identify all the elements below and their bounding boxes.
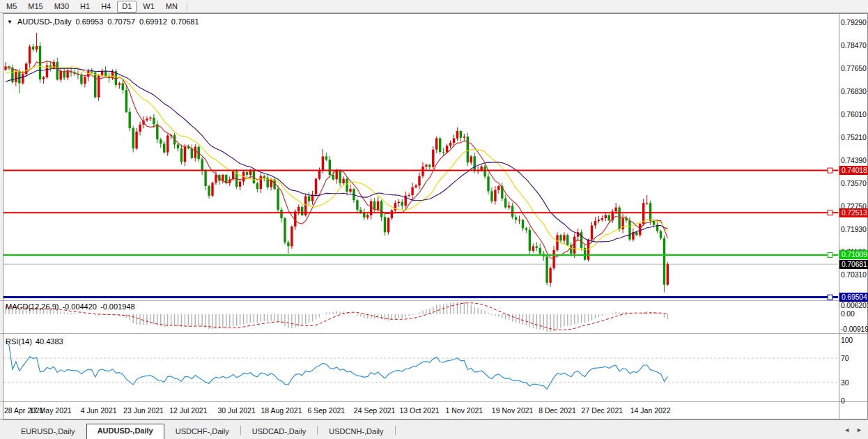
date-axis-label: 19 Nov 2021 xyxy=(492,406,534,415)
date-axis-label: 18 Aug 2021 xyxy=(261,406,302,415)
macd-indicator-label: MACD(12,26,9)-0.004420-0.001948 xyxy=(6,302,139,311)
tab-separator xyxy=(395,426,396,435)
price-axis-label: 0.77650 xyxy=(841,64,867,72)
line-drag-handle[interactable] xyxy=(828,295,832,300)
price-level-badge: 0.70681 xyxy=(839,260,868,269)
line-drag-handle[interactable] xyxy=(828,252,832,257)
indicator-axis-label: 0.00 xyxy=(841,309,855,318)
date-axis-label: 6 Sep 2021 xyxy=(307,406,345,415)
tab-usdcad[interactable]: USDCAD-,Daily xyxy=(241,424,318,439)
toolbar-separator xyxy=(187,2,187,11)
tab-eurusd[interactable]: EURUSD-,Daily xyxy=(10,424,86,439)
rsi-line xyxy=(6,341,667,389)
price-level-badge: 0.72513 xyxy=(839,208,868,217)
candlestick-series xyxy=(4,33,669,292)
tab-usdcnh[interactable]: USDCNH-,Daily xyxy=(318,424,394,439)
timeframe-toolbar: M5 M15 M30 H1 H4 D1 W1 MN xyxy=(0,0,868,13)
symbol-tab-bar: EURUSD-,Daily AUDUSD-,Daily USDCHF-,Dail… xyxy=(0,419,868,439)
price-level-badge: 0.71009 xyxy=(839,250,868,259)
ohlc-open: 0.69953 xyxy=(76,17,104,26)
rsi-current-value: 40.4383 xyxy=(36,337,63,346)
line-drag-handle[interactable] xyxy=(828,168,832,173)
chart-ohlc-header: ▼ AUDUSD-,Daily 0.69953 0.70757 0.69912 … xyxy=(7,17,199,26)
rsi-indicator-label: RSI(14)40.4383 xyxy=(6,337,67,346)
timeframe-button-m5[interactable]: M5 xyxy=(1,1,22,13)
indicator-axis-label: 30 xyxy=(841,378,848,387)
timeframe-button-d1[interactable]: D1 xyxy=(117,1,137,13)
date-axis-label: 24 Sep 2021 xyxy=(354,406,396,415)
chart-symbol-label: AUDUSD-,Daily xyxy=(17,17,72,26)
tab-usdchf[interactable]: USDCHF-,Daily xyxy=(164,424,240,439)
ma-line-25 xyxy=(6,68,667,242)
macd-signal-value: -0.001948 xyxy=(100,302,135,311)
date-axis-label: 14 Jan 2022 xyxy=(630,406,671,415)
date-axis-label: 1 Nov 2021 xyxy=(445,406,483,415)
date-axis-label: 13 Oct 2021 xyxy=(399,406,439,415)
price-axis-label: 0.76830 xyxy=(841,87,867,95)
macd-main-value: -0.004420 xyxy=(62,302,97,311)
indicator-axis-label: 70 xyxy=(841,354,848,362)
timeframe-button-h1[interactable]: H1 xyxy=(75,1,95,13)
ma-line-15 xyxy=(6,66,667,250)
timeframe-button-w1[interactable]: W1 xyxy=(138,1,160,13)
price-axis-label: 0.78470 xyxy=(841,41,867,49)
price-axis-label: 0.74390 xyxy=(841,156,867,164)
date-axis-label: 8 Dec 2021 xyxy=(538,406,576,415)
rsi-name: RSI(14) xyxy=(6,337,32,346)
indicator-axis-label: 100 xyxy=(841,336,853,344)
tab-scroll-right-icon[interactable]: ► xyxy=(856,426,862,433)
date-axis-label: 23 Jun 2021 xyxy=(123,406,164,415)
tab-audusd[interactable]: AUDUSD-,Daily xyxy=(86,424,164,439)
timeframe-button-mn[interactable]: MN xyxy=(161,1,183,13)
timeframe-button-h4[interactable]: H4 xyxy=(96,1,116,13)
symbol-dropdown-icon[interactable]: ▼ xyxy=(7,19,13,25)
line-drag-handle[interactable] xyxy=(828,210,832,215)
indicator-axis-label: 0.006201 xyxy=(841,301,868,309)
price-axis-label: 0.70310 xyxy=(841,270,867,279)
timeframe-button-m15[interactable]: M15 xyxy=(23,1,47,13)
macd-name: MACD(12,26,9) xyxy=(6,302,59,311)
date-axis-label: 30 Jul 2021 xyxy=(217,406,255,415)
date-axis-label: 12 Jul 2021 xyxy=(169,406,207,415)
price-axis-label: 0.71930 xyxy=(841,225,867,233)
ohlc-close: 0.70681 xyxy=(171,17,199,26)
timeframe-button-m30[interactable]: M30 xyxy=(49,1,74,13)
indicator-axis-label: -0.009197 xyxy=(841,325,868,333)
date-axis-label: 4 Jun 2021 xyxy=(81,406,117,415)
date-axis-label: 17 May 2021 xyxy=(29,406,72,415)
ohlc-low: 0.69912 xyxy=(139,17,167,26)
date-axis-label: 27 Dec 2021 xyxy=(582,406,623,415)
price-level-badge: 0.74018 xyxy=(839,166,868,175)
price-axis-label: 0.79290 xyxy=(841,18,867,26)
tab-scroll-left-icon[interactable]: ◄ xyxy=(844,426,850,433)
indicator-axis-label: 0 xyxy=(841,396,845,405)
price-axis-label: 0.75210 xyxy=(841,133,867,141)
price-axis-label: 0.73570 xyxy=(841,179,867,187)
ohlc-high: 0.70757 xyxy=(107,17,135,26)
price-chart-canvas[interactable] xyxy=(0,0,868,439)
price-level-badge: 0.69504 xyxy=(839,293,868,302)
price-axis-label: 0.76010 xyxy=(841,110,867,118)
